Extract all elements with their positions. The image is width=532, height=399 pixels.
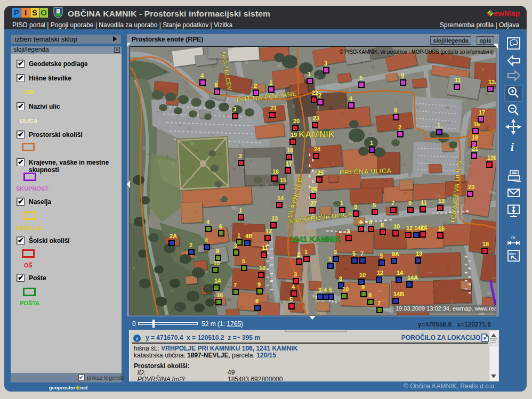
svg-text:8: 8: [368, 292, 372, 298]
svg-text:14A: 14A: [407, 274, 418, 281]
svg-text:9: 9: [257, 281, 261, 288]
svg-text:10: 10: [259, 265, 265, 271]
svg-text:12: 12: [377, 270, 383, 276]
svg-text:3: 3: [318, 287, 321, 293]
svg-text:3: 3: [233, 106, 236, 112]
svg-text:10: 10: [393, 223, 400, 230]
svg-text:20: 20: [293, 118, 300, 124]
svg-text:2: 2: [254, 83, 257, 89]
svg-text:8: 8: [215, 82, 218, 88]
svg-text:18: 18: [287, 147, 293, 153]
svg-text:21: 21: [472, 145, 478, 152]
svg-text:16: 16: [438, 225, 445, 232]
svg-text:2: 2: [346, 228, 350, 234]
svg-text:7: 7: [233, 282, 237, 288]
svg-text:13: 13: [438, 198, 445, 204]
svg-text:2: 2: [297, 251, 300, 258]
svg-text:i: i: [511, 141, 514, 153]
svg-text:2: 2: [398, 124, 401, 131]
svg-text:9: 9: [401, 72, 404, 79]
svg-text:4: 4: [359, 219, 362, 225]
svg-text:© PISO-KAMNIK; vir podatkov :: © PISO-KAMNIK; vir podatkov : MOP-GURS (…: [340, 48, 494, 55]
svg-text:13A: 13A: [488, 79, 496, 85]
svg-text:KAMNIK: KAMNIK: [299, 129, 335, 140]
svg-text:3: 3: [324, 60, 327, 67]
svg-text:3: 3: [234, 242, 237, 249]
svg-text:14: 14: [421, 224, 428, 231]
svg-text:8: 8: [394, 107, 397, 113]
svg-text:3: 3: [294, 271, 297, 278]
svg-text:9: 9: [408, 200, 412, 206]
svg-text:dkn: dkn: [509, 251, 516, 256]
svg-text:3: 3: [354, 203, 357, 210]
svg-text:6: 6: [369, 219, 372, 225]
svg-text:10: 10: [213, 260, 220, 266]
svg-text:8: 8: [216, 248, 219, 254]
svg-text:1241 KAMNIK: 1241 KAMNIK: [290, 235, 341, 243]
svg-text:10: 10: [342, 286, 349, 292]
svg-text:2: 2: [239, 153, 242, 159]
svg-text:1: 1: [340, 200, 343, 206]
svg-text:13: 13: [416, 250, 422, 257]
svg-text:24: 24: [314, 146, 321, 152]
svg-text:4: 4: [200, 72, 204, 79]
svg-text:7: 7: [391, 200, 394, 206]
svg-text:5: 5: [242, 258, 245, 264]
svg-text:23: 23: [468, 184, 474, 190]
svg-text:12: 12: [406, 225, 413, 231]
svg-text:m: m: [511, 235, 515, 240]
svg-text:1: 1: [304, 249, 308, 255]
svg-text:2A: 2A: [170, 233, 177, 239]
svg-text:5: 5: [373, 202, 376, 208]
svg-text:4: 4: [349, 95, 353, 102]
svg-text:9: 9: [380, 253, 383, 259]
svg-text:7: 7: [360, 250, 364, 257]
svg-text:1: 1: [328, 256, 332, 262]
svg-text:1: 1: [269, 79, 272, 86]
svg-text:2: 2: [189, 242, 192, 248]
svg-text:22: 22: [312, 89, 318, 96]
svg-text:3: 3: [334, 249, 337, 255]
svg-text:6: 6: [219, 223, 222, 230]
svg-text:18: 18: [482, 241, 489, 247]
svg-text:10: 10: [359, 272, 366, 278]
svg-text:16: 16: [272, 168, 279, 175]
svg-text:17: 17: [286, 160, 292, 167]
svg-text:17: 17: [479, 109, 485, 116]
svg-text:8: 8: [339, 275, 342, 282]
svg-text:9A: 9A: [392, 251, 399, 257]
svg-text:1: 1: [239, 207, 242, 214]
svg-text:2: 2: [318, 92, 321, 99]
svg-text:4B: 4B: [245, 233, 253, 239]
svg-text:12: 12: [265, 228, 272, 234]
svg-text:7: 7: [377, 300, 381, 306]
svg-text:25: 25: [317, 169, 324, 176]
svg-text:1: 1: [370, 140, 373, 146]
svg-text:14: 14: [397, 270, 404, 276]
svg-text:5: 5: [359, 75, 362, 81]
svg-text:1: 1: [237, 232, 240, 239]
svg-text:9: 9: [361, 284, 365, 290]
svg-text:21: 21: [270, 105, 277, 111]
svg-text:14B: 14B: [393, 291, 404, 297]
svg-text:5: 5: [289, 296, 293, 303]
svg-text:13: 13: [271, 215, 278, 222]
svg-text:5: 5: [329, 287, 332, 293]
svg-text:14: 14: [277, 195, 284, 201]
svg-text:23: 23: [313, 115, 319, 121]
svg-text:26: 26: [311, 186, 317, 192]
svg-text:19: 19: [472, 134, 478, 141]
svg-text:P: P: [483, 336, 487, 341]
svg-text:19: 19: [291, 132, 297, 138]
svg-text:11: 11: [421, 199, 427, 206]
svg-text:4: 4: [206, 219, 210, 225]
svg-text:5: 5: [352, 250, 356, 257]
svg-text:19.03.2009 13:02:34, ewmap, ww: 19.03.2009 13:02:34, ewmap, www.realis.s…: [396, 305, 496, 312]
svg-text:8: 8: [255, 298, 259, 304]
svg-text:11: 11: [262, 245, 268, 251]
svg-text:11: 11: [455, 77, 461, 83]
svg-text:15: 15: [280, 177, 286, 183]
svg-text:13B: 13B: [487, 154, 496, 161]
svg-text:4: 4: [292, 283, 295, 290]
svg-text:27: 27: [310, 200, 317, 207]
